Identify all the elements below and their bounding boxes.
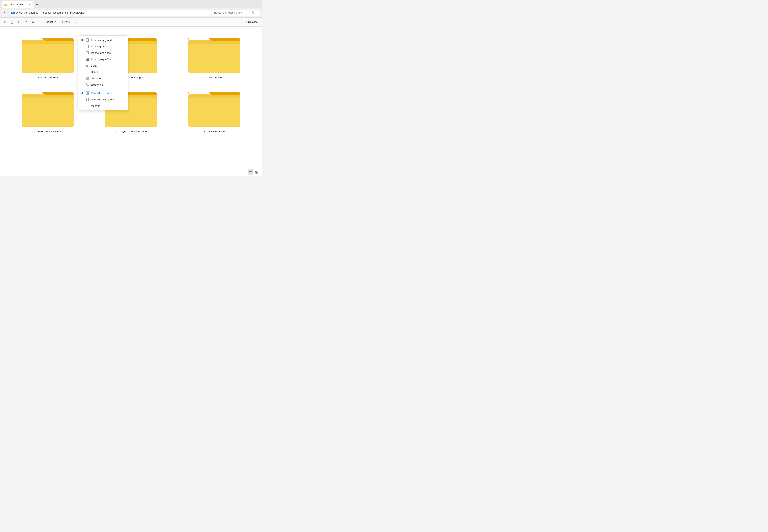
panel-detalles-icon xyxy=(85,91,89,95)
minimize-button[interactable]: — xyxy=(233,1,242,8)
view-toggle-grid[interactable] xyxy=(254,169,260,175)
menu-separator-1 xyxy=(78,89,128,89)
folder-label-tablas-excel: ✓ Tablas de Excel xyxy=(203,130,225,133)
search-icon: 🔍 xyxy=(251,11,255,14)
folder-icon-wrap xyxy=(22,34,74,74)
copy-button[interactable]: ⎘ xyxy=(2,19,8,25)
breadcrumb-personal-label: Juanma - Personal xyxy=(29,11,51,14)
svg-rect-44 xyxy=(257,171,258,172)
svg-rect-15 xyxy=(86,45,89,48)
breadcrumb-bar[interactable]: OneDrive › Juanma - Personal › Documento… xyxy=(9,10,211,16)
address-bar-row: ↻ OneDrive › Juanma - Personal › Documen… xyxy=(0,8,262,18)
new-tab-button[interactable]: + xyxy=(34,2,40,7)
search-box[interactable]: 🔍 xyxy=(212,10,260,16)
menu-label-iconos-grandes: Iconos grandes xyxy=(91,45,125,48)
folder-name-tablas: Tablas de Excel xyxy=(207,130,225,133)
menu-item-contenido[interactable]: Contenido xyxy=(78,82,128,88)
breadcrumb-personal[interactable]: Juanma - Personal xyxy=(29,11,51,14)
search-input[interactable] xyxy=(214,11,250,14)
svg-rect-14 xyxy=(86,39,89,41)
cut-button[interactable]: ✂ xyxy=(16,19,23,25)
svg-rect-30 xyxy=(86,79,87,79)
maximize-button[interactable]: □ xyxy=(242,1,251,8)
tab-title: Prueba Choy xyxy=(9,3,27,6)
delete-icon: 🗑 xyxy=(32,20,35,24)
svg-rect-13 xyxy=(188,98,240,127)
breadcrumb-documentos[interactable]: Documentos xyxy=(53,11,68,14)
menu-item-mosaicos[interactable]: Mosaicos xyxy=(78,75,128,82)
ordenar-label: Ordenar xyxy=(44,20,53,23)
refresh-button[interactable]: ↻ xyxy=(2,10,8,16)
menu-item-panel-vista-previa[interactable]: Panel de vista previa xyxy=(78,96,128,103)
mosaicos-icon xyxy=(85,77,89,80)
folder-name-descuentos: Descuentos xyxy=(209,76,223,79)
tab-bar: Prueba Choy ✕ + — □ ✕ xyxy=(0,0,262,8)
paste-button[interactable]: 📋 xyxy=(8,19,16,25)
menu-item-panel-detalles[interactable]: Panel de detalles xyxy=(78,90,128,96)
bottom-bar xyxy=(245,168,262,176)
menu-item-detalles[interactable]: Detalles xyxy=(78,69,128,75)
svg-rect-29 xyxy=(87,77,89,78)
menu-label-panel-detalles: Panel de detalles xyxy=(91,92,125,95)
tab-folder-icon xyxy=(4,3,7,6)
svg-rect-1 xyxy=(4,4,5,4)
folder-label-computer-hoy: ✓ Computer Hoy xyxy=(37,76,58,79)
svg-rect-9 xyxy=(22,98,74,127)
menu-label-iconos-muy-grandes: Iconos muy grandes xyxy=(91,39,125,42)
svg-rect-33 xyxy=(86,85,87,86)
breadcrumb-onedrive[interactable]: OneDrive xyxy=(11,11,27,14)
menu-label-iconos-pequenos: Iconos pequeños xyxy=(91,58,125,61)
folder-icon-wrap-6 xyxy=(188,88,240,128)
breadcrumb-sep-3: › xyxy=(69,12,69,14)
menu-label-contenido: Contenido xyxy=(91,83,125,86)
main-content: ✓ Computer Hoy ✓ Cosas por comprar xyxy=(0,27,262,176)
svg-rect-39 xyxy=(87,98,89,101)
folder-name-computer-hoy: Computer Hoy xyxy=(41,76,58,79)
active-tab[interactable]: Prueba Choy ✕ xyxy=(2,1,34,8)
svg-rect-3 xyxy=(22,44,74,73)
menu-label-panel-vista-previa: Panel de vista previa xyxy=(91,98,125,101)
ordenar-chevron: ∨ xyxy=(54,20,56,23)
share-icon: ↗ xyxy=(25,20,27,24)
ver-label: Ver xyxy=(64,20,68,23)
sync-icon-proyecto: ✓ xyxy=(115,130,118,133)
svg-rect-19 xyxy=(87,58,89,59)
view-icon: ⊡ xyxy=(61,20,63,24)
view-toggle-list[interactable] xyxy=(248,169,253,175)
more-label: ... xyxy=(75,20,77,23)
paste-icon: 📋 xyxy=(10,20,14,24)
breadcrumb-sep-2: › xyxy=(52,12,53,14)
ordenar-button[interactable]: ↕ Ordenar ∨ xyxy=(39,19,58,25)
tab-close-button[interactable]: ✕ xyxy=(28,3,31,6)
menu-item-iconos-grandes[interactable]: Iconos grandes xyxy=(78,43,128,50)
folder-name-fotos: Fotos de vacaciones xyxy=(38,130,61,133)
svg-rect-20 xyxy=(86,59,87,61)
folder-item-descuentos[interactable]: ✓ Descuentos xyxy=(175,33,254,81)
menu-label-detalles: Detalles xyxy=(91,71,125,74)
sync-icon-tablas: ✓ xyxy=(203,130,206,133)
menu-item-iconos-medianos[interactable]: Iconos medianos xyxy=(78,50,128,56)
iconos-muy-grandes-icon xyxy=(85,38,89,42)
view-dropdown-menu: Iconos muy grandes Iconos grandes xyxy=(78,35,128,110)
details-panel-icon: ⊟ xyxy=(245,20,247,23)
share-button[interactable]: ↗ xyxy=(23,19,29,25)
folder-item-fotos-vacaciones[interactable]: ✓ Fotos de vacaciones xyxy=(8,87,87,135)
toolbar-separator-1 xyxy=(38,20,38,24)
ver-button[interactable]: ⊡ Ver ∨ xyxy=(59,19,73,25)
menu-bullet-panel-detalles xyxy=(81,92,83,94)
svg-rect-38 xyxy=(86,98,87,101)
detalles-button[interactable]: ⊟ Detalles xyxy=(243,19,260,24)
folder-item-tablas-excel[interactable]: ✓ Tablas de Excel xyxy=(175,87,254,135)
delete-button[interactable]: 🗑 xyxy=(30,19,37,25)
breadcrumb-prueba-choy[interactable]: Prueba Choy xyxy=(70,11,85,14)
menu-item-iconos-pequenos[interactable]: Iconos pequeños xyxy=(78,56,128,62)
menu-item-iconos-muy-grandes[interactable]: Iconos muy grandes xyxy=(78,37,128,43)
close-button[interactable]: ✕ xyxy=(251,1,260,8)
iconos-medianos-icon xyxy=(85,51,89,55)
folder-item-computer-hoy[interactable]: ✓ Computer Hoy xyxy=(8,33,87,81)
menu-item-mostrar[interactable]: Mostrar › xyxy=(78,103,128,109)
mostrar-icon xyxy=(85,104,89,108)
toolbar: ⎘ 📋 ✂ ↗ 🗑 ↕ Ordenar ∨ ⊡ Ver ∨ ... xyxy=(0,18,262,26)
more-button[interactable]: ... xyxy=(73,19,79,24)
menu-item-lista[interactable]: Lista xyxy=(78,62,128,69)
